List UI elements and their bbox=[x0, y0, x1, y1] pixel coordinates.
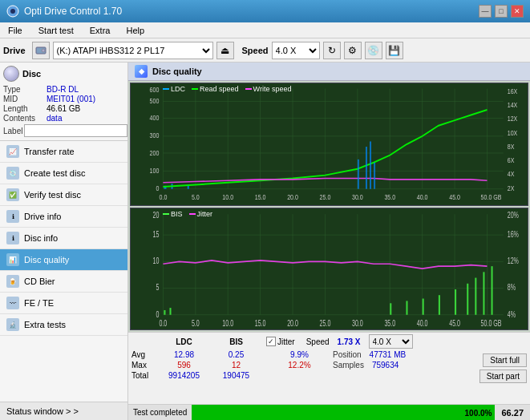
svg-point-1 bbox=[10, 9, 15, 14]
svg-rect-92 bbox=[164, 309, 165, 314]
max-ldc: 596 bbox=[162, 361, 206, 370]
extra-tests-icon: 🔬 bbox=[6, 318, 19, 331]
svg-text:5.0: 5.0 bbox=[192, 193, 200, 201]
avg-jitter: 9.9% bbox=[277, 350, 322, 359]
stats-right: Start full Start part bbox=[431, 334, 527, 402]
nav-cd-bier[interactable]: 🍺 CD Bier bbox=[0, 271, 127, 293]
nav-fe-te-label: FE / TE bbox=[24, 298, 54, 308]
svg-text:400: 400 bbox=[150, 114, 160, 122]
svg-text:20.0: 20.0 bbox=[287, 193, 298, 201]
svg-text:4%: 4% bbox=[508, 309, 516, 319]
svg-text:5: 5 bbox=[156, 283, 159, 293]
svg-text:0: 0 bbox=[156, 309, 159, 319]
nav-disc-info-label: Disc info bbox=[24, 233, 58, 243]
minimize-button[interactable]: — bbox=[479, 5, 492, 18]
svg-text:30.0: 30.0 bbox=[352, 318, 363, 328]
maximize-button[interactable]: □ bbox=[495, 5, 508, 18]
svg-text:6X: 6X bbox=[508, 156, 515, 164]
svg-text:45.0: 45.0 bbox=[449, 193, 460, 201]
avg-ldc: 12.98 bbox=[162, 350, 206, 359]
nav-verify-test-disc[interactable]: ✅ Verify test disc bbox=[0, 184, 127, 206]
disc-label-row: Label 🔍 bbox=[3, 124, 124, 137]
disc-mid-key: MID bbox=[3, 95, 47, 103]
nav-transfer-rate-label: Transfer rate bbox=[24, 147, 75, 156]
disc-contents-val: data bbox=[47, 114, 62, 123]
svg-rect-100 bbox=[475, 277, 476, 314]
svg-text:8%: 8% bbox=[508, 283, 516, 293]
create-test-disc-icon: 💿 bbox=[6, 167, 19, 180]
legend-read-speed-label: Read speed bbox=[200, 85, 239, 93]
disc-button[interactable]: 💿 bbox=[365, 42, 382, 59]
dq-title: Disc quality bbox=[152, 67, 202, 76]
svg-text:50.0 GB: 50.0 GB bbox=[481, 193, 502, 201]
nav-fe-te[interactable]: 〰 FE / TE bbox=[0, 293, 127, 314]
cd-bier-icon: 🍺 bbox=[6, 275, 19, 288]
disc-label-input[interactable] bbox=[24, 124, 127, 137]
speed-select-stats[interactable]: 4.0 X bbox=[369, 334, 413, 349]
nav-create-test-disc[interactable]: 💿 Create test disc bbox=[0, 163, 127, 184]
svg-text:2X: 2X bbox=[508, 185, 515, 193]
svg-text:300: 300 bbox=[150, 132, 160, 140]
disc-panel-header: Disc bbox=[3, 66, 124, 82]
save-button[interactable]: 💾 bbox=[386, 42, 403, 59]
toolbar: Drive (K:) ATAPI iHBS312 2 PL17 ⏏ Speed … bbox=[0, 38, 530, 63]
max-label: Max bbox=[131, 361, 154, 370]
svg-text:5.0: 5.0 bbox=[192, 318, 200, 328]
nav-disc-info[interactable]: ℹ Disc info bbox=[0, 228, 127, 249]
chart1-svg: 0 100 200 300 400 500 600 2X 4X 6X 8X 10… bbox=[131, 83, 528, 205]
refresh-button[interactable]: ↻ bbox=[323, 42, 341, 59]
nav-items: 📈 Transfer rate 💿 Create test disc ✅ Ver… bbox=[0, 141, 127, 402]
nav-cd-bier-label: CD Bier bbox=[24, 277, 55, 286]
start-full-button[interactable]: Start full bbox=[483, 353, 527, 367]
drive-info-icon: ℹ bbox=[6, 210, 19, 223]
col-header-jitter: Jitter bbox=[277, 337, 295, 346]
disc-info-icon: ℹ bbox=[6, 232, 19, 244]
total-bis: 190475 bbox=[214, 371, 258, 380]
samples-val: 759634 bbox=[372, 361, 399, 370]
total-label: Total bbox=[131, 371, 154, 380]
drive-select[interactable]: (K:) ATAPI iHBS312 2 PL17 bbox=[53, 42, 213, 59]
nav-extra-tests[interactable]: 🔬 Extra tests bbox=[0, 314, 127, 336]
chart1-legend: LDC Read speed Write speed bbox=[163, 85, 291, 93]
max-jitter: 12.2% bbox=[277, 361, 322, 370]
disc-quality-icon: 📊 bbox=[6, 253, 19, 266]
svg-text:10: 10 bbox=[152, 256, 159, 265]
disc-length-val: 46.61 GB bbox=[47, 104, 80, 113]
samples-label: Samples bbox=[333, 361, 364, 370]
menu-start-test[interactable]: Start test bbox=[34, 24, 79, 37]
jitter-checkbox[interactable]: ✓ bbox=[266, 337, 276, 346]
svg-rect-101 bbox=[483, 272, 484, 314]
nav-disc-quality-label: Disc quality bbox=[24, 255, 69, 265]
menu-extra[interactable]: Extra bbox=[85, 24, 115, 37]
svg-text:20: 20 bbox=[152, 210, 159, 220]
menu-help[interactable]: Help bbox=[121, 24, 149, 37]
legend-ldc: LDC bbox=[163, 85, 185, 93]
disc-label-key: Label bbox=[3, 127, 22, 135]
nav-transfer-rate[interactable]: 📈 Transfer rate bbox=[0, 141, 127, 163]
legend-bis: BIS bbox=[163, 210, 183, 218]
start-part-button[interactable]: Start part bbox=[479, 370, 527, 383]
svg-text:35.0: 35.0 bbox=[384, 318, 395, 328]
total-ldc: 9914205 bbox=[162, 371, 206, 380]
close-button[interactable]: ✕ bbox=[511, 5, 524, 18]
progress-pct: 100.0% bbox=[465, 408, 492, 417]
disc-length-row: Length 46.61 GB bbox=[3, 104, 124, 113]
jitter-checkbox-row: ✓ Jitter bbox=[266, 337, 295, 346]
menu-file[interactable]: File bbox=[3, 24, 27, 37]
window-controls: — □ ✕ bbox=[479, 5, 524, 18]
svg-text:100: 100 bbox=[150, 167, 160, 175]
legend-jitter-dot bbox=[189, 213, 196, 215]
chart-ldc: LDC Read speed Write speed bbox=[130, 83, 528, 206]
eject-button[interactable]: ⏏ bbox=[216, 42, 234, 59]
status-window-button[interactable]: Status window > > bbox=[0, 402, 127, 420]
nav-drive-info[interactable]: ℹ Drive info bbox=[0, 206, 127, 228]
avg-label: Avg bbox=[131, 350, 154, 359]
nav-disc-quality[interactable]: 📊 Disc quality bbox=[0, 249, 127, 271]
svg-text:8X: 8X bbox=[508, 143, 515, 151]
svg-text:25.0: 25.0 bbox=[320, 318, 331, 328]
settings-button[interactable]: ⚙ bbox=[344, 42, 362, 59]
svg-text:40.0: 40.0 bbox=[417, 193, 428, 201]
speed-select[interactable]: 4.0 X bbox=[272, 42, 320, 59]
svg-rect-98 bbox=[455, 289, 456, 315]
app-title: Opti Drive Control 1.70 bbox=[24, 6, 479, 17]
